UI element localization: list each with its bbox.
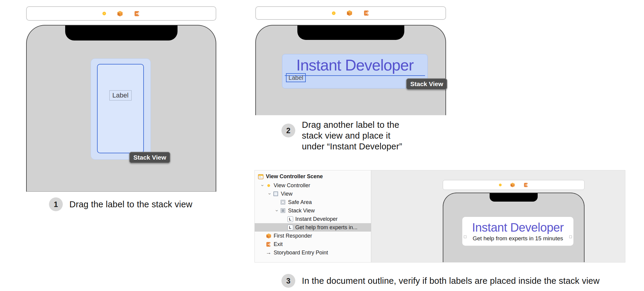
stack-view-drag-badge: Stack View [406, 78, 447, 90]
first-responder-icon[interactable] [346, 10, 353, 16]
outline-row-label: Exit [274, 241, 283, 248]
instant-developer-label[interactable]: Instant Developer [282, 56, 427, 74]
outline-row-label: View [281, 191, 293, 197]
iphone-canvas-step1: Label [26, 25, 216, 192]
first-responder-icon[interactable] [117, 10, 123, 17]
iphone-canvas-step2: Instant Developer Label [255, 25, 446, 115]
outline-row-entry-point[interactable]: → Storyboard Entry Point [255, 248, 371, 257]
step-number-badge: 1 [49, 197, 63, 211]
scene-dock-step3 [443, 180, 585, 190]
resize-handle-right[interactable] [569, 236, 572, 238]
resize-handle-left[interactable] [464, 236, 466, 238]
chevron-down-icon[interactable]: › [260, 182, 266, 188]
outline-row-label: Instant Developer [295, 216, 338, 222]
iphone-canvas-step3: Instant Developer Get help from experts … [443, 193, 585, 262]
safe-area-icon [280, 200, 286, 205]
entry-point-arrow-icon: → [266, 249, 272, 256]
device-notch [297, 25, 404, 40]
label-control[interactable]: Label [109, 90, 132, 100]
outline-scene-header[interactable]: View Controller Scene [255, 172, 371, 181]
drop-indicator-line [285, 75, 425, 76]
outline-row-view[interactable]: › View [255, 190, 371, 198]
step1-caption-row: 1 Drag the label to the stack view [49, 197, 192, 211]
first-responder-icon[interactable] [510, 182, 515, 188]
outline-row-first-responder[interactable]: First Responder [255, 232, 371, 240]
step3-caption-row: 3 In the document outline, verify if bot… [281, 274, 600, 288]
exit-icon[interactable] [134, 10, 140, 17]
stack-view-drop-frame[interactable]: Label [97, 64, 144, 153]
chevron-down-icon[interactable]: › [274, 208, 280, 214]
step-caption-text: Drag the label to the stack view [69, 200, 192, 209]
outline-scene-title: View Controller Scene [266, 173, 323, 180]
label-icon: L [287, 216, 293, 222]
scene-icon [258, 174, 264, 180]
device-notch [65, 25, 178, 40]
outline-row-label: Storyboard Entry Point [274, 250, 328, 256]
caption-line: under “Instant Developer” [302, 141, 402, 152]
outline-row-label: Get help from experts in... [295, 224, 357, 231]
interface-builder-canvas: Instant Developer Get help from experts … [371, 170, 625, 262]
label-icon: L [287, 225, 293, 230]
scene-dock-step1 [26, 6, 216, 21]
exit-icon[interactable] [363, 10, 370, 16]
outline-row-view-controller[interactable]: › View Controller [255, 181, 371, 190]
stack-view-drag-badge: Stack View [129, 152, 170, 163]
exit-icon[interactable] [524, 182, 529, 188]
tutorial-canvas: Label Stack View 1 Drag the label to the… [0, 0, 644, 291]
stack-view-selected[interactable]: Instant Developer Get help from experts … [462, 217, 573, 246]
document-outline: View Controller Scene › View Controller … [255, 170, 371, 262]
get-help-label[interactable]: Get help from experts in 15 minutes [473, 235, 563, 242]
view-controller-icon[interactable] [499, 184, 502, 186]
outline-row-label: First Responder [274, 233, 312, 239]
outline-row-exit[interactable]: Exit [255, 240, 371, 248]
step-caption-text: Drag another label to the stack view and… [302, 119, 402, 152]
step-number-badge: 3 [281, 274, 295, 288]
first-responder-icon [266, 233, 272, 239]
scene-dock-step2 [255, 6, 446, 20]
caption-line: stack view and place it [302, 130, 402, 141]
step2-caption-row: 2 Drag another label to the stack view a… [281, 119, 402, 152]
view-controller-icon [266, 184, 272, 187]
stack-view-highlight[interactable]: Label [91, 58, 151, 160]
outline-row-label-get-help[interactable]: L Get help from experts in... [255, 223, 371, 232]
dragged-label-control[interactable]: Label [286, 73, 306, 82]
xcode-editor-panel: View Controller Scene › View Controller … [254, 170, 625, 262]
device-notch [490, 193, 538, 202]
outline-row-label: Safe Area [288, 199, 312, 206]
view-controller-icon[interactable] [332, 11, 336, 15]
instant-developer-label[interactable]: Instant Developer [472, 221, 564, 234]
outline-row-stack-view[interactable]: › Stack View [255, 206, 371, 215]
outline-row-label: Stack View [288, 208, 315, 214]
view-icon [273, 191, 279, 196]
exit-icon [266, 242, 272, 247]
stack-view-icon [280, 208, 286, 213]
step-caption-text: In the document outline, verify if both … [302, 276, 600, 286]
view-controller-icon[interactable] [102, 12, 106, 15]
step-number-badge: 2 [281, 124, 295, 137]
chevron-down-icon[interactable]: › [267, 191, 273, 197]
caption-line: Drag another label to the [302, 119, 402, 130]
outline-row-safe-area[interactable]: Safe Area [255, 198, 371, 206]
outline-row-label-instant-developer[interactable]: L Instant Developer [255, 215, 371, 223]
outline-row-label: View Controller [274, 182, 310, 189]
